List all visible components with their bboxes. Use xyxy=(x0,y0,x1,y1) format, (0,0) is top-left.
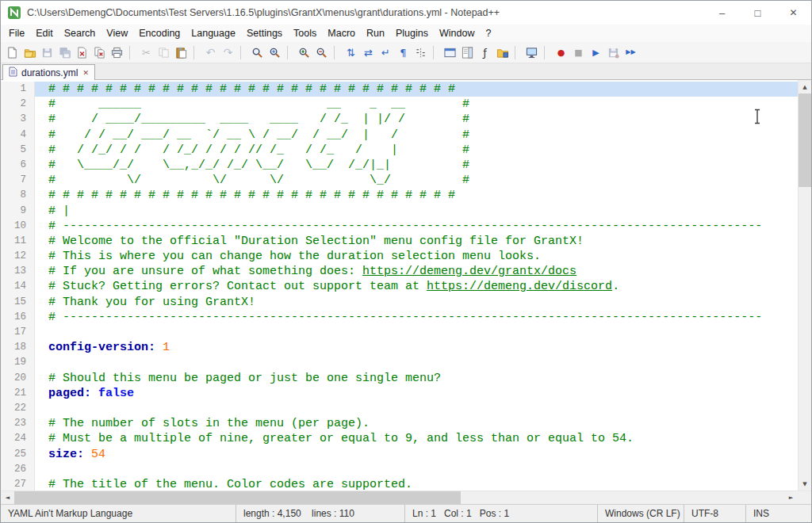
code-text[interactable]: # The title of the menu. Color codes are… xyxy=(35,477,798,491)
menu-item-view[interactable]: View xyxy=(101,25,133,41)
code-text[interactable]: # / /_/ / / / /_/ / / / // /_ / /_ / | # xyxy=(35,143,798,158)
menu-item-plugins[interactable]: Plugins xyxy=(390,25,434,41)
redo-button[interactable]: ↷ xyxy=(220,44,236,61)
code-text[interactable] xyxy=(35,325,798,340)
minimize-button[interactable]: – xyxy=(704,1,740,25)
save-macro-button[interactable] xyxy=(605,44,622,61)
code-text[interactable]: # Thank you for using GrantX! xyxy=(35,295,798,310)
code-text[interactable] xyxy=(35,355,798,370)
word-wrap-button[interactable]: ↵ xyxy=(377,44,394,61)
menu-item-help[interactable]: ? xyxy=(480,25,496,41)
vertical-scroll-track[interactable] xyxy=(799,94,811,477)
run-macro-multiple-button[interactable]: ▶▶ xyxy=(622,44,639,61)
zoom-in-button[interactable] xyxy=(296,44,312,61)
indent-guide-button[interactable] xyxy=(412,44,429,61)
undo-button[interactable]: ↶ xyxy=(202,44,219,61)
vertical-scroll-thumb[interactable] xyxy=(799,94,811,187)
code-text[interactable]: # # # # # # # # # # # # # # # # # # # # … xyxy=(35,188,798,203)
status-insert-mode[interactable]: INS xyxy=(746,505,811,522)
replace-button[interactable] xyxy=(266,44,283,61)
close-button[interactable] xyxy=(74,44,90,61)
vertical-scrollbar[interactable]: ▲ ▼ xyxy=(798,80,811,491)
scroll-left-arrow-icon[interactable]: ◄ xyxy=(1,491,14,504)
sync-vertical-scroll-button[interactable]: ⇅ xyxy=(343,44,359,61)
zoom-out-button[interactable] xyxy=(313,44,330,61)
menu-item-encoding[interactable]: Encoding xyxy=(133,25,186,41)
playback-macro-button[interactable]: ▶ xyxy=(588,44,604,61)
line-number[interactable]: 7 xyxy=(1,173,35,188)
horizontal-scroll-thumb[interactable] xyxy=(14,491,461,504)
cut-button[interactable]: ✂ xyxy=(138,44,155,61)
line-number[interactable]: 19 xyxy=(1,355,35,370)
line-number[interactable]: 4 xyxy=(1,128,35,143)
function-list-button[interactable]: ƒ xyxy=(477,44,493,61)
line-number[interactable]: 10 xyxy=(1,219,35,234)
line-number[interactable]: 18 xyxy=(1,340,35,355)
line-number[interactable]: 26 xyxy=(1,462,35,477)
code-text[interactable]: size: 54 xyxy=(35,447,798,462)
code-text[interactable]: # This is where you can change how the d… xyxy=(35,249,798,264)
find-button[interactable] xyxy=(249,44,266,61)
new-file-button[interactable] xyxy=(4,44,21,61)
code-text[interactable]: # / ____/_________ ____ ____ / /_ | |/ /… xyxy=(35,112,798,127)
scroll-up-arrow-icon[interactable]: ▲ xyxy=(799,80,811,94)
stop-recording-button[interactable]: ■ xyxy=(570,44,587,61)
scroll-right-arrow-icon[interactable]: ► xyxy=(784,491,798,504)
code-text[interactable]: # # # # # # # # # # # # # # # # # # # # … xyxy=(35,82,798,97)
monitoring-button[interactable] xyxy=(523,44,540,61)
line-number[interactable]: 16 xyxy=(1,310,35,325)
document-map-button[interactable] xyxy=(459,44,476,61)
open-button[interactable] xyxy=(21,44,38,61)
print-button[interactable] xyxy=(109,44,125,61)
save-button[interactable] xyxy=(39,44,56,61)
code-text[interactable]: # If you are unsure of what something do… xyxy=(35,264,798,279)
status-encoding[interactable]: UTF-8 xyxy=(684,505,746,522)
menu-item-file[interactable]: File xyxy=(3,25,30,41)
tab-durations.yml[interactable]: durations.yml✕ xyxy=(2,64,95,80)
show-all-characters-button[interactable]: ¶ xyxy=(395,44,412,61)
menu-item-macro[interactable]: Macro xyxy=(322,25,361,41)
copy-button[interactable] xyxy=(155,44,172,61)
menu-item-search[interactable]: Search xyxy=(59,25,102,41)
code-text[interactable]: paged: false xyxy=(35,386,798,401)
line-number[interactable]: 6 xyxy=(1,158,35,173)
text-editor[interactable]: 1# # # # # # # # # # # # # # # # # # # #… xyxy=(1,80,798,491)
line-number[interactable]: 8 xyxy=(1,188,35,203)
line-number[interactable]: 17 xyxy=(1,325,35,340)
menu-item-run[interactable]: Run xyxy=(361,25,390,41)
line-number[interactable]: 1 xyxy=(1,82,35,97)
save-all-button[interactable] xyxy=(56,44,73,61)
menu-item-window[interactable]: Window xyxy=(434,25,480,41)
scroll-down-arrow-icon[interactable]: ▼ xyxy=(799,477,811,491)
code-text[interactable]: # Stuck? Getting errors? Contact out sup… xyxy=(35,279,798,294)
line-number[interactable]: 25 xyxy=(1,447,35,462)
line-number[interactable]: 3 xyxy=(1,112,35,127)
line-number[interactable]: 9 xyxy=(1,204,35,219)
line-number[interactable]: 21 xyxy=(1,386,35,401)
user-defined-dialog-button[interactable] xyxy=(442,44,458,61)
code-text[interactable]: # \____/_/ \__,_/_/ /_/ \__/ \__/ /_/|_|… xyxy=(35,158,798,173)
code-text[interactable]: # ______ __ _ __ # xyxy=(35,97,798,112)
code-text[interactable]: config-version: 1 xyxy=(35,340,798,355)
menu-item-language[interactable]: Language xyxy=(186,25,241,41)
line-number[interactable]: 5 xyxy=(1,143,35,158)
code-text[interactable]: # Welcome to the official "Duration Sele… xyxy=(35,234,798,249)
code-text[interactable]: # --------------------------------------… xyxy=(35,219,798,234)
paste-button[interactable] xyxy=(173,44,190,61)
menu-item-edit[interactable]: Edit xyxy=(30,25,59,41)
status-eol-format[interactable]: Windows (CR LF) xyxy=(598,505,684,522)
code-text[interactable]: # \/ \/ \/ \_/ # xyxy=(35,173,798,188)
line-number[interactable]: 14 xyxy=(1,279,35,294)
code-text[interactable]: # The number of slots in the menu (per p… xyxy=(35,416,798,431)
horizontal-scroll-track[interactable] xyxy=(14,491,784,504)
line-number[interactable]: 13 xyxy=(1,264,35,279)
folder-as-workspace-button[interactable] xyxy=(494,44,511,61)
sync-horizontal-scroll-button[interactable]: ⇄ xyxy=(360,44,377,61)
code-text[interactable]: # / / __/ ___/ __ `/ __ \ / __/ / __/ | … xyxy=(35,128,798,143)
line-number[interactable]: 2 xyxy=(1,97,35,112)
menu-item-settings[interactable]: Settings xyxy=(241,25,288,41)
line-number[interactable]: 20 xyxy=(1,371,35,386)
record-macro-button[interactable]: ● xyxy=(553,44,569,61)
code-text[interactable] xyxy=(35,401,798,416)
tab-close-icon[interactable]: ✕ xyxy=(82,69,89,77)
